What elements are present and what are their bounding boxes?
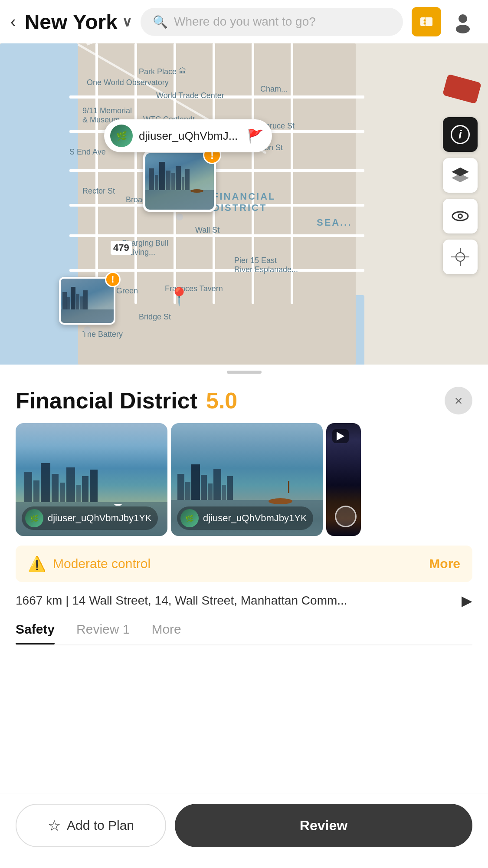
map-road-h4 xyxy=(69,204,364,207)
warning-left: ⚠️ Moderate control xyxy=(28,555,151,572)
svg-point-5 xyxy=(459,14,467,23)
pin-frame-large: ! xyxy=(143,151,216,212)
skyline-2 xyxy=(171,453,323,500)
rating-badge: 5.0 xyxy=(206,388,237,414)
flag-icon: 🚩 xyxy=(247,128,263,144)
location-info: 1667 km | 14 Wall Street, 14, Wall Stree… xyxy=(16,592,472,609)
pin-image-large xyxy=(145,153,214,210)
pin-dot-large xyxy=(176,214,183,220)
map-area[interactable]: One World Observatory Park Place 🏛 World… xyxy=(0,43,488,365)
action-bar-spacer xyxy=(0,663,488,750)
video-badge xyxy=(332,429,349,443)
warning-text: Moderate control xyxy=(53,556,151,571)
eye-icon xyxy=(451,207,470,226)
boat-mast xyxy=(288,481,289,493)
city-name: New York xyxy=(25,10,118,34)
svg-rect-2 xyxy=(425,17,426,26)
svg-rect-1 xyxy=(420,17,432,26)
search-icon: 🔍 xyxy=(153,15,168,29)
map-road-h3 xyxy=(69,169,364,172)
add-to-plan-button[interactable]: ☆ Add to Plan xyxy=(16,804,166,847)
skyline-1 xyxy=(16,451,167,502)
close-icon: × xyxy=(455,393,463,409)
gallery-username-2: djiuser_uQhVbmJby1YK xyxy=(203,513,307,524)
pin-frame-small: ! xyxy=(59,277,115,325)
user-popup-name: djiuser_uQhVbmJ... xyxy=(139,129,238,143)
map-road-h5 xyxy=(69,234,364,237)
gallery-photo-2: 🌿 djiuser_uQhVbmJby1YK xyxy=(171,423,323,536)
tabs-row: Safety Review 1 More xyxy=(16,622,472,645)
profile-icon xyxy=(451,10,475,33)
visibility-button[interactable] xyxy=(443,199,478,233)
header-icons xyxy=(412,7,478,36)
sailboat-1 xyxy=(114,504,122,506)
gallery-username-1: djiuser_uQhVbmJby1YK xyxy=(48,513,152,524)
header: ‹ New York ∨ 🔍 Where do you want to go? xyxy=(0,0,488,43)
svg-point-4 xyxy=(424,23,426,25)
user-popup-avatar: 🌿 xyxy=(110,125,133,147)
gallery-user-tag-1: 🌿 djiuser_uQhVbmJby1YK xyxy=(22,506,158,530)
map-road-badge: 479 xyxy=(111,241,132,255)
crosshair-icon xyxy=(451,248,469,266)
map-road-v2 xyxy=(134,43,137,304)
profile-button[interactable] xyxy=(448,7,478,36)
review-label: Review xyxy=(300,818,347,834)
scroll-circle xyxy=(335,506,357,527)
layers-icon xyxy=(451,166,470,185)
warning-icon: ⚠️ xyxy=(28,555,46,572)
map-pin-small[interactable]: ! xyxy=(59,277,115,333)
gallery-user-tag-2: 🌿 djiuser_uQhVbmJby1YK xyxy=(177,506,313,530)
navigate-icon[interactable]: ▶ xyxy=(462,592,472,609)
more-link[interactable]: More xyxy=(429,556,460,571)
drag-indicator xyxy=(227,371,262,374)
title-row: Financial District 5.0 × xyxy=(0,374,488,423)
add-to-plan-label: Add to Plan xyxy=(67,818,134,833)
svg-point-3 xyxy=(424,20,426,22)
title-group: Financial District 5.0 xyxy=(16,388,237,414)
action-bar: ☆ Add to Plan Review xyxy=(0,793,488,868)
pin-alert-small: ! xyxy=(105,272,121,287)
gallery-item-3[interactable] xyxy=(326,423,361,536)
pin-dot-small xyxy=(84,326,91,333)
map-road-h6 xyxy=(69,269,364,272)
gallery-photo-1: 🌿 djiuser_uQhVbmJby1YK xyxy=(16,423,167,536)
tab-safety[interactable]: Safety xyxy=(16,622,55,643)
map-poi-tavern: 📍 xyxy=(168,286,190,307)
svg-point-6 xyxy=(456,25,470,33)
search-placeholder: Where do you want to go? xyxy=(174,15,316,29)
gallery-avatar-2: 🌿 xyxy=(180,509,199,527)
map-user-popup[interactable]: 🌿 djiuser_uQhVbmJ... 🚩 xyxy=(104,119,272,152)
map-road-v1 xyxy=(95,43,98,304)
info-button[interactable]: i xyxy=(443,117,478,152)
svg-marker-8 xyxy=(452,174,469,182)
search-bar[interactable]: 🔍 Where do you want to go? xyxy=(141,8,403,36)
map-controls: i xyxy=(443,117,478,274)
map-road-v5 xyxy=(252,43,254,304)
gallery-photo-3 xyxy=(326,423,361,536)
star-icon: ☆ xyxy=(48,817,61,834)
svg-point-11 xyxy=(459,215,462,217)
coupon-button[interactable] xyxy=(412,7,441,36)
close-button[interactable]: × xyxy=(445,387,472,414)
bottom-panel: Financial District 5.0 × xyxy=(0,374,488,663)
review-button[interactable]: Review xyxy=(175,804,472,847)
pin-image-small xyxy=(61,279,114,323)
gallery-item-1[interactable]: 🌿 djiuser_uQhVbmJby1YK xyxy=(16,423,167,536)
location-button[interactable] xyxy=(443,240,478,274)
gallery-avatar-1: 🌿 xyxy=(25,509,43,527)
map-pin-large[interactable]: ! xyxy=(143,151,216,220)
info-icon: i xyxy=(451,125,470,144)
city-selector[interactable]: New York ∨ xyxy=(25,10,132,34)
warning-banner: ⚠️ Moderate control More xyxy=(16,546,472,582)
location-text: 1667 km | 14 Wall Street, 14, Wall Stree… xyxy=(16,594,462,608)
tab-review[interactable]: Review 1 xyxy=(76,622,130,643)
map-road-v6 xyxy=(291,43,293,304)
chevron-down-icon: ∨ xyxy=(122,13,132,30)
back-button[interactable]: ‹ xyxy=(10,13,16,30)
coupon-icon xyxy=(418,13,435,30)
gallery-item-2[interactable]: 🌿 djiuser_uQhVbmJby1YK xyxy=(171,423,323,536)
tab-more[interactable]: More xyxy=(151,622,181,643)
layers-button[interactable] xyxy=(443,158,478,193)
play-icon xyxy=(337,432,344,441)
location-title: Financial District xyxy=(16,388,197,414)
